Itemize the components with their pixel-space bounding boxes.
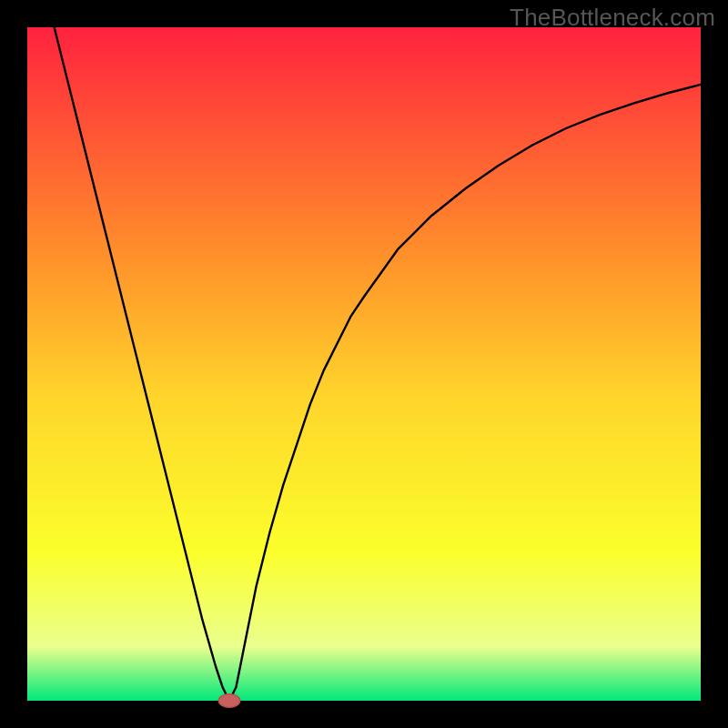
chart-frame: TheBottleneck.com — [0, 0, 728, 728]
watermark-label: TheBottleneck.com — [510, 4, 715, 32]
chart-canvas — [0, 0, 728, 728]
optimal-point-marker — [218, 694, 240, 708]
plot-background — [27, 27, 701, 701]
